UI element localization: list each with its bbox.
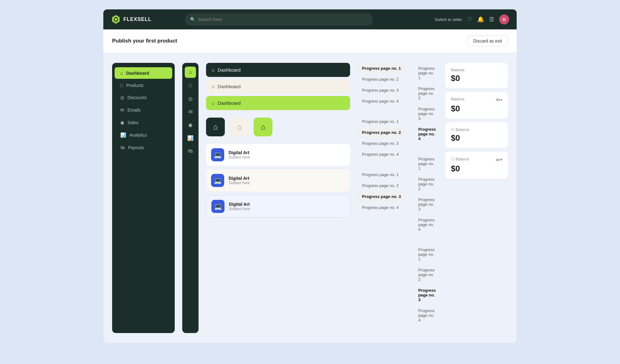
menu-icon[interactable]: ☰ [489,16,494,23]
sidebar-item-emails[interactable]: ✉ Emails [115,104,172,116]
progress-item[interactable]: Progress page no. 3 [358,138,406,149]
progress-item[interactable]: Progress page no. 1 [358,63,406,74]
nav-item-light[interactable]: ⌂ Dashboard [206,79,350,94]
list-cards-section: 💻 Digital Art Subtext here 💻 Digital Art… [206,144,350,218]
progress-item[interactable]: Progress page no. 1 [414,63,440,83]
list-card-white[interactable]: 💻 Digital Art Subtext here [206,144,350,166]
mini-item-dashboard[interactable]: ⌂ [185,67,196,78]
logo-text: FLEXSELL [123,17,152,22]
balance-dropdown[interactable]: All ▾ [496,98,502,102]
right-sub-panel: Progress page no. 1 Progress page no. 2 … [414,63,508,333]
progress-item[interactable]: Progress page no. 3 [414,104,440,124]
progress-item[interactable]: Progress page no. 3 [358,85,406,96]
center-panel: ⌂ Dashboard ⌂ Dashboard ⌂ Dashboard ⌂ [206,63,350,333]
progress-item[interactable]: Progress page no. 2 [358,180,406,191]
avatar[interactable]: U [499,14,509,24]
list-card-subtitle: Subtext here [229,181,250,185]
balance-card-4[interactable]: ⓘ Balance All ▾ $0 [445,152,508,179]
search-input[interactable] [198,17,368,22]
mini-item-analytics[interactable]: 📊 [185,132,196,144]
list-card-subtitle: Subtext here [229,207,250,211]
avatar-initials: U [503,17,506,22]
progress-item[interactable]: Progress page no. 2 [358,127,406,138]
icon-btn-dark[interactable]: ⌂ [206,118,225,136]
nav-item-label: Dashboard [218,67,240,73]
icon-btn-home-green: ⌂ [261,123,266,131]
list-card-subtitle: Subtext here [229,155,250,159]
icon-btn-green[interactable]: ⌂ [254,118,272,136]
sidebar-item-discounts[interactable]: ◎ Discounts [115,92,172,104]
sidebar-item-products[interactable]: □ Products [115,79,172,91]
sidebar-item-label: Analytics [129,133,147,138]
balance-card-2[interactable]: Balance All ▾ $0 [445,92,508,119]
progress-item[interactable]: Progress page no. 1 [414,244,440,265]
balance-card-3[interactable]: ⓘ Balance $0 [445,122,508,148]
progress-right-col: Progress page no. 1 Progress page no. 2 … [414,63,440,333]
progress-item[interactable]: Progress page no. 4 [414,215,440,235]
nav-home-icon-light: ⌂ [212,84,214,89]
sidebar-item-label: Emails [127,108,141,113]
sidebar-item-analytics[interactable]: 📊 Analytics [115,129,172,141]
search-bar[interactable]: 🔍 [185,13,373,26]
main-content: ⌂ Dashboard □ Products ◎ Discounts ✉ Ema… [103,53,517,343]
balance-label: ⓘ Balance [451,127,502,132]
mini-item-sales[interactable]: ◉ [185,119,196,130]
list-card-text: Digital Art Subtext here [229,150,250,159]
logo-area: FLEXSELL [111,14,152,24]
progress-item[interactable]: Progress page no. 2 [358,74,406,85]
sidebar-item-payouts[interactable]: 🛍 Payouts [115,142,172,153]
nav-item-green[interactable]: ⌂ Dashboard [206,96,350,110]
progress-item[interactable]: Progress page no. 4 [358,96,406,107]
progress-item[interactable]: Progress page no. 1 [358,169,406,180]
mini-item-payouts[interactable]: 🛍 [185,145,196,157]
search-icon: 🔍 [190,17,195,22]
progress-item[interactable]: Progress page no. 4 [414,305,440,326]
progress-item[interactable]: Progress page no. 2 [414,83,440,104]
balance-label: Balance [451,68,502,72]
switch-to-seller-link[interactable]: Switch to seller [435,17,462,22]
balance-card-1[interactable]: Balance $0 [445,63,508,88]
progress-item[interactable]: Progress page no. 4 [358,149,406,160]
progress-item[interactable]: Progress page no. 4 [414,124,440,144]
mini-item-products[interactable]: □ [185,80,196,91]
progress-item[interactable]: Progress page no. 2 [414,174,440,194]
nav-items-section: ⌂ Dashboard ⌂ Dashboard ⌂ Dashboard [206,63,350,110]
chevron-down-icon: ▾ [500,158,502,162]
progress-item[interactable]: Progress page no. 3 [358,191,406,202]
progress-item[interactable]: Progress page no. 1 [358,116,406,127]
right-content: Progress page no. 1 Progress page no. 2 … [414,63,508,333]
mini-item-discounts[interactable]: ◎ [185,93,196,104]
sidebar-item-sales[interactable]: ◉ Sales [115,117,172,129]
progress-group-1: Progress page no. 1 Progress page no. 2 … [358,63,406,107]
balance-card-header: ⓘ Balance All ▾ [451,157,502,163]
progress-item[interactable]: Progress page no. 3 [414,194,440,215]
icon-btn-light[interactable]: ⌂ [230,118,249,136]
progress-item[interactable]: Progress page no. 3 [414,285,440,305]
list-card-text: Digital Art Subtext here [229,202,250,211]
sidebar-item-dashboard[interactable]: ⌂ Dashboard [115,67,172,79]
nav-home-icon-dark: ⌂ [212,67,214,73]
progress-item[interactable]: Progress page no. 1 [414,154,440,174]
progress-right-group-1: Progress page no. 1 Progress page no. 2 … [414,63,440,144]
balance-label: Balance [451,97,464,101]
heart-icon[interactable]: ♡ [467,16,472,23]
sidebar-mini: ⌂ □ ◎ ✉ ◉ 📊 🛍 [182,63,199,333]
balance-col: Balance $0 Balance All ▾ [445,63,508,333]
bell-icon[interactable]: 🔔 [477,16,484,23]
list-card-light[interactable]: 💻 Digital Art Subtext here [206,169,350,191]
list-card-active[interactable]: 💻 Digital Art Subtext here [206,195,350,218]
discounts-icon: ◎ [120,95,124,100]
progress-item[interactable]: Progress page no. 2 [414,265,440,285]
progress-group-3: Progress page no. 1 Progress page no. 2 … [358,169,406,213]
nav-item-dark[interactable]: ⌂ Dashboard [206,63,350,77]
nav-item-label: Dashboard [218,84,240,89]
balance-amount: $0 [451,73,502,83]
balance-dropdown[interactable]: All ▾ [496,158,502,162]
progress-item[interactable]: Progress page no. 4 [358,202,406,213]
mini-item-emails[interactable]: ✉ [185,106,196,117]
header-right: Switch to seller ♡ 🔔 ☰ U [435,14,509,24]
icon-btn-home-dark: ⌂ [213,123,218,131]
discard-button[interactable]: Discard as exit [467,36,508,46]
products-icon: □ [120,83,123,88]
info-icon: ⓘ [451,157,454,161]
